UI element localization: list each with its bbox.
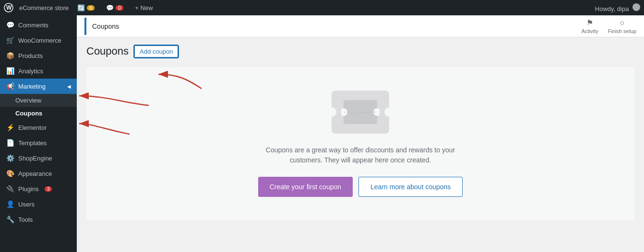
marketing-submenu: Overview Coupons (0, 94, 77, 120)
empty-state: Coupons are a great way to offer discoun… (86, 67, 634, 220)
plugins-badge: 3 (45, 186, 52, 192)
new-item[interactable]: + New (132, 4, 155, 11)
marketing-icon: 📢 (6, 82, 14, 90)
activity-button[interactable]: ⚑ Activity (582, 18, 598, 34)
comments-icon: 💬 (106, 4, 114, 11)
comments-icon: 💬 (6, 21, 14, 29)
admin-bar: W eCommerce store 🔄 6 💬 0 + New Howdy, d… (0, 0, 644, 15)
empty-actions: Create your first coupon Learn more abou… (258, 177, 463, 197)
sidebar-item-elementor[interactable]: ⚡ Elementor (0, 120, 77, 135)
coupon-svg-icon (341, 98, 380, 126)
avatar (632, 3, 640, 11)
appearance-icon: 🎨 (6, 170, 14, 177)
main-content: Coupons ⚑ Activity ○ Finish setup Coupon… (77, 15, 644, 252)
comments-item[interactable]: 💬 0 (103, 4, 126, 11)
templates-icon: 📄 (6, 139, 14, 147)
updates-icon: 🔄 (77, 4, 85, 11)
woocommerce-icon: 🛒 (6, 36, 14, 44)
sidebar-subitem-overview[interactable]: Overview (0, 94, 77, 107)
sidebar-item-plugins[interactable]: 🔌 Plugins 3 (0, 181, 77, 196)
top-bar-right: ⚑ Activity ○ Finish setup (582, 18, 636, 34)
sidebar-item-appearance[interactable]: 🎨 Appearance (0, 166, 77, 181)
sidebar-item-templates[interactable]: 📄 Templates (0, 135, 77, 150)
wordpress-logo-icon: W (4, 3, 13, 12)
sidebar-item-label: Plugins (18, 185, 39, 193)
sidebar-item-label: Tools (18, 216, 33, 223)
updates-item[interactable]: 🔄 6 (74, 4, 97, 11)
sidebar-item-comments[interactable]: 💬 Comments (0, 17, 77, 33)
sidebar-item-label: Products (18, 52, 43, 59)
sidebar-item-label: ShopEngine (18, 155, 52, 162)
create-first-coupon-button[interactable]: Create your first coupon (258, 177, 353, 197)
analytics-icon: 📊 (6, 67, 14, 75)
sidebar: 💬 Comments 🛒 WooCommerce 📦 Products 📊 An… (0, 15, 77, 252)
howdy-text: Howdy, dipa (595, 3, 640, 12)
products-icon: 📦 (6, 52, 14, 59)
top-bar: Coupons ⚑ Activity ○ Finish setup (77, 15, 644, 37)
sidebar-item-label: Users (18, 201, 35, 208)
sidebar-item-users[interactable]: 👤 Users (0, 196, 77, 212)
flag-icon: ⚑ (586, 18, 593, 27)
new-label: + New (135, 4, 153, 11)
sidebar-item-products[interactable]: 📦 Products (0, 48, 77, 63)
sidebar-item-label: Templates (18, 139, 47, 147)
layout: 💬 Comments 🛒 WooCommerce 📦 Products 📊 An… (0, 15, 644, 252)
users-icon: 👤 (6, 200, 14, 208)
shopengine-icon: ⚙️ (6, 154, 14, 162)
chevron-left-icon: ◀ (67, 84, 71, 89)
svg-text:W: W (6, 4, 12, 11)
page-title: Coupons (86, 45, 129, 57)
empty-description: Coupons are a great way to offer discoun… (250, 145, 471, 165)
sidebar-item-label: WooCommerce (18, 37, 61, 44)
sidebar-item-label: Analytics (18, 68, 43, 75)
circle-icon: ○ (620, 19, 625, 27)
updates-count: 6 (87, 5, 95, 11)
comments-count: 0 (116, 5, 123, 11)
activity-label: Activity (582, 28, 598, 34)
sidebar-item-label: Marketing (18, 83, 46, 90)
sidebar-item-shopengine[interactable]: ⚙️ ShopEngine (0, 150, 77, 166)
sidebar-item-label: Appearance (18, 170, 52, 177)
elementor-icon: ⚡ (6, 124, 14, 131)
sidebar-item-woocommerce[interactable]: 🛒 WooCommerce (0, 33, 77, 48)
finish-setup-label: Finish setup (608, 28, 636, 34)
site-name[interactable]: eCommerce store (19, 4, 69, 11)
sidebar-item-tools[interactable]: 🔧 Tools (0, 212, 77, 227)
blue-indicator (84, 18, 86, 35)
content-area: Coupons Add coupon Coupons are a great w… (77, 37, 644, 252)
add-coupon-button[interactable]: Add coupon (134, 46, 178, 57)
sidebar-subitem-coupons[interactable]: Coupons (0, 107, 77, 120)
learn-more-coupons-button[interactable]: Learn more about coupons (358, 177, 463, 197)
sidebar-item-label: Comments (18, 22, 48, 29)
page-header: Coupons Add coupon (86, 45, 634, 57)
coupon-illustration (332, 91, 389, 134)
sidebar-item-analytics[interactable]: 📊 Analytics (0, 63, 77, 79)
sidebar-item-label: Elementor (18, 124, 47, 131)
tools-icon: 🔧 (6, 216, 14, 223)
top-bar-title: Coupons (92, 23, 119, 30)
plugins-icon: 🔌 (6, 185, 14, 193)
finish-setup-button[interactable]: ○ Finish setup (608, 19, 636, 34)
sidebar-item-marketing[interactable]: 📢 Marketing ◀ (0, 79, 77, 94)
